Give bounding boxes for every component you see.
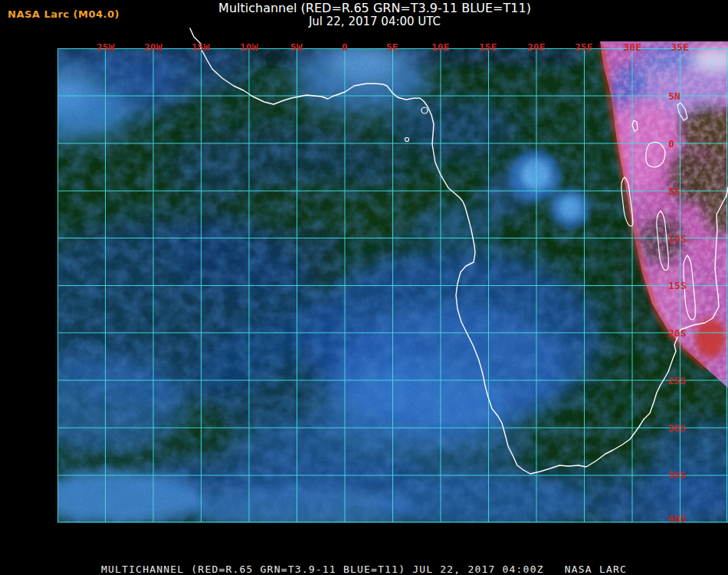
lon-label: 10W bbox=[240, 42, 257, 52]
lon-label: 25W bbox=[97, 42, 114, 52]
lat-label: 25S bbox=[668, 376, 686, 386]
lon-label: 15E bbox=[479, 42, 497, 52]
lon-label: 25E bbox=[575, 42, 592, 52]
lat-label: 15S bbox=[668, 281, 686, 291]
lat-label: 35S bbox=[668, 470, 686, 480]
lat-label: 5N bbox=[668, 91, 680, 101]
lon-label: 10E bbox=[431, 42, 449, 52]
satellite-map bbox=[57, 48, 728, 523]
lon-label: 5W bbox=[290, 42, 303, 52]
lat-label: 0 bbox=[668, 139, 674, 149]
footer-caption: MULTICHANNEL (RED=R.65 GRN=T3.9-11 BLUE=… bbox=[0, 564, 728, 575]
lon-label: 20W bbox=[144, 42, 162, 52]
lon-label: 30E bbox=[623, 42, 641, 52]
satellite-image bbox=[57, 48, 728, 523]
lat-label: 5S bbox=[668, 186, 680, 196]
lon-label: 35E bbox=[671, 42, 688, 52]
lat-label: 40S bbox=[668, 514, 686, 524]
page-subtitle: Jul 22, 2017 04:00 UTC bbox=[309, 15, 441, 28]
lon-label: 0 bbox=[342, 42, 348, 52]
satellite-viewer-screen: NASA Larc (M04.0) Multichannel (RED=R.65… bbox=[0, 0, 728, 575]
source-label: NASA Larc (M04.0) bbox=[8, 8, 120, 20]
lat-label: 30S bbox=[668, 423, 686, 433]
lat-label: 20S bbox=[668, 328, 686, 338]
lat-label: 10S bbox=[668, 234, 686, 244]
lon-label: 20E bbox=[527, 42, 545, 52]
lon-label: 15W bbox=[192, 42, 209, 52]
page-title: Multichannel (RED=R.65 GRN=T3.9-11 BLUE=… bbox=[218, 1, 531, 15]
lon-label: 5E bbox=[386, 42, 398, 52]
